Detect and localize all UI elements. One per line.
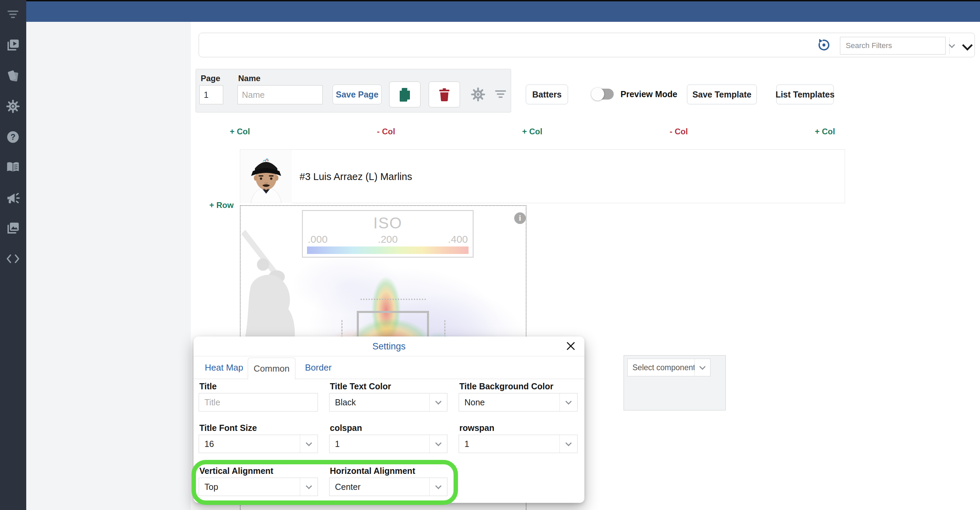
remove-col-link[interactable]: - Col — [377, 127, 395, 136]
code-icon[interactable] — [6, 252, 20, 266]
add-col-link[interactable]: + Col — [230, 127, 250, 136]
save-template-button[interactable]: Save Template — [687, 84, 757, 104]
component-select-value: Select component — [628, 359, 694, 376]
settings-modal: Settings Heat Map Common Border Title Ti… — [194, 336, 584, 503]
page-number-input[interactable] — [199, 85, 223, 104]
heatmap-legend: ISO .000 .200 .400 — [302, 210, 474, 258]
title-input[interactable] — [199, 393, 318, 411]
colspan-select[interactable]: 1 — [329, 435, 447, 453]
strikezone-top-dotted-line — [361, 299, 426, 300]
preview-mode-label: Preview Mode — [620, 89, 678, 99]
chevron-down-icon — [430, 478, 447, 496]
heatmap-title: ISO — [303, 214, 473, 232]
title-bg-color-value: None — [459, 394, 560, 411]
player-header-card: #3 Luis Arraez (L) Marlins — [240, 149, 845, 203]
filter-history-icon[interactable] — [816, 38, 831, 54]
report-sidebar — [26, 22, 191, 510]
announcements-icon[interactable] — [6, 191, 20, 205]
rowspan-select[interactable]: 1 — [459, 435, 578, 453]
tab-common[interactable]: Common — [248, 358, 296, 379]
chevron-down-icon — [560, 394, 577, 411]
preview-mode-toggle[interactable] — [593, 89, 614, 100]
page-filter-icon[interactable] — [495, 89, 506, 101]
batters-button[interactable]: Batters — [526, 84, 568, 104]
player-name: #3 Luis Arraez (L) Marlins — [299, 150, 412, 204]
horizontal-alignment-value: Center — [329, 478, 430, 496]
title-font-size-value: 16 — [199, 435, 300, 453]
title-text-color-select[interactable]: Black — [329, 393, 447, 411]
title-font-size-select[interactable]: 16 — [199, 435, 318, 453]
svg-text:?: ? — [11, 132, 16, 142]
chevron-down-icon — [430, 394, 447, 411]
rowspan-label: rowspan — [459, 423, 495, 433]
horizontal-alignment-select[interactable]: Center — [329, 478, 447, 496]
add-row-link[interactable]: + Row — [209, 201, 234, 210]
vertical-alignment-value: Top — [199, 478, 300, 496]
chevron-down-icon — [300, 435, 318, 453]
vertical-alignment-select[interactable]: Top — [199, 478, 318, 496]
title-bg-color-select[interactable]: None — [459, 393, 578, 411]
toggle-knob — [591, 88, 604, 100]
title-text-color-label: Title Text Color — [330, 381, 391, 391]
chevron-down-icon[interactable] — [949, 37, 954, 54]
modal-title: Settings — [194, 341, 584, 352]
close-icon[interactable] — [565, 340, 577, 352]
chevron-down-icon — [694, 359, 710, 376]
page-settings-gear-icon[interactable] — [471, 87, 485, 103]
colspan-value: 1 — [329, 435, 430, 453]
copy-pages-icon — [398, 87, 411, 102]
trash-icon — [439, 88, 450, 101]
chevron-down-icon — [430, 435, 447, 453]
colspan-label: colspan — [330, 423, 362, 433]
search-filters-combobox[interactable] — [840, 37, 946, 54]
swatches-icon[interactable] — [6, 69, 20, 83]
save-page-button[interactable]: Save Page — [332, 84, 382, 104]
name-label: Name — [238, 73, 260, 83]
tab-border[interactable]: Border — [305, 356, 332, 379]
legend-tick-max: .400 — [448, 234, 468, 245]
list-templates-button[interactable]: List Templates — [776, 84, 834, 104]
info-icon[interactable]: i — [514, 212, 526, 224]
video-library-icon[interactable] — [6, 38, 20, 52]
settings-gear-icon[interactable] — [6, 100, 20, 113]
legend-gradient-bar — [307, 247, 469, 254]
filter-icon[interactable] — [6, 8, 20, 21]
page-label: Page — [201, 73, 220, 83]
legend-tick-mid: .200 — [303, 234, 473, 245]
playbook-icon[interactable] — [6, 161, 20, 174]
vertical-alignment-label: Vertical Alignment — [199, 466, 273, 476]
title-font-size-label: Title Font Size — [199, 423, 257, 433]
tab-heat-map[interactable]: Heat Map — [205, 356, 243, 379]
icon-rail: ? — [0, 0, 26, 510]
top-black-strip — [0, 0, 980, 2]
chevron-down-icon — [560, 435, 577, 453]
top-header-bar — [26, 0, 980, 22]
component-picker-panel: Select component — [624, 355, 726, 410]
horizontal-alignment-label: Horizontal Alignment — [330, 466, 415, 476]
remove-col-link[interactable]: - Col — [670, 127, 687, 136]
help-icon[interactable]: ? — [6, 130, 20, 144]
duplicate-page-button[interactable] — [389, 81, 420, 107]
modal-tabs: Heat Map Common Border — [194, 356, 584, 379]
add-col-link[interactable]: + Col — [815, 127, 835, 136]
title-text-color-value: Black — [329, 394, 430, 411]
app-root: ? New Report New From Template Copy Repo… — [0, 0, 980, 510]
add-col-link[interactable]: + Col — [522, 127, 542, 136]
search-filters-input[interactable] — [840, 37, 949, 54]
title-label: Title — [199, 381, 217, 391]
chevron-down-icon — [300, 478, 318, 496]
title-bg-color-label: Title Background Color — [459, 381, 554, 391]
player-photo — [240, 150, 292, 203]
page-name-input[interactable] — [237, 85, 323, 104]
rowspan-value: 1 — [459, 435, 560, 453]
delete-page-button[interactable] — [429, 81, 460, 107]
media-gallery-icon[interactable] — [6, 221, 20, 235]
component-select[interactable]: Select component — [627, 359, 711, 376]
